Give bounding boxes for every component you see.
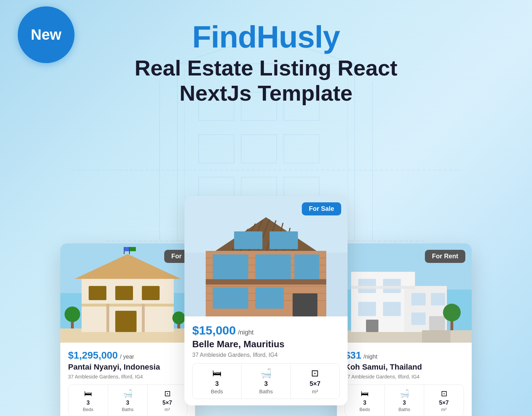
svg-rect-60 <box>294 254 319 279</box>
svg-rect-32 <box>129 247 136 251</box>
card-location-center: Belle Mare, Mauritius <box>192 339 340 350</box>
svg-rect-82 <box>422 330 450 343</box>
size-label-right: m² <box>441 407 447 412</box>
property-card-right[interactable]: For Rent $31 /night Koh Samui, Thailand … <box>337 243 472 416</box>
listing-badge-right: For Rent <box>425 250 465 263</box>
svg-rect-8 <box>241 135 277 163</box>
card-address-left: 37 Ambleside Gardens, Ilford, IG4 <box>68 374 187 380</box>
feature-size-left: ⊡ 5×7 m² <box>148 385 187 416</box>
beds-label-center: Beds <box>211 388 223 394</box>
svg-rect-63 <box>255 287 284 309</box>
beds-icon-center: 🛏 <box>212 368 222 379</box>
svg-rect-75 <box>411 293 426 305</box>
svg-rect-67 <box>337 330 472 343</box>
feature-beds-right: 🛏 3 Beds <box>345 385 385 416</box>
size-value-center: 5×7 <box>310 380 321 388</box>
card-address-center: 37 Ambleside Gardens, Ilford, IG4 <box>192 352 340 358</box>
size-label-left: m² <box>165 407 170 412</box>
listing-badge-center: For Sale <box>302 202 341 215</box>
size-value-left: 5×7 <box>162 400 172 406</box>
feature-size-right: ⊡ 5×7 m² <box>424 385 464 416</box>
svg-point-81 <box>443 304 461 321</box>
feature-beds-left: 🛏 3 Beds <box>68 385 108 416</box>
card-address-right: 37 Ambleside Gardens, Ilford, IG4 <box>345 374 464 380</box>
baths-label-right: Baths <box>398 407 410 412</box>
card-location-left: Pantai Nyanyi, Indonesia <box>68 362 187 372</box>
svg-rect-7 <box>199 135 234 163</box>
svg-rect-72 <box>358 302 376 316</box>
property-image-left: For <box>60 243 195 343</box>
svg-rect-79 <box>351 286 415 289</box>
beds-icon-right: 🛏 <box>361 389 368 398</box>
card-body-left: $1,295,000 / year Pantai Nyanyi, Indones… <box>60 343 195 416</box>
baths-value-right: 3 <box>403 400 406 406</box>
property-card-left[interactable]: For $1,295,000 / year Pantai Nyanyi, Ind… <box>60 243 195 416</box>
size-icon-left: ⊡ <box>164 389 171 398</box>
card-features-right: 🛏 3 Beds 🛁 3 Baths ⊡ 5×7 m² <box>345 384 464 416</box>
card-features-center: 🛏 3 Beds 🛁 3 Baths ⊡ 5×7 m² <box>192 363 340 399</box>
beds-value-left: 3 <box>87 400 90 406</box>
property-image-center: For Sale <box>184 196 348 316</box>
feature-baths-right: 🛁 3 Baths <box>385 385 425 416</box>
new-badge-text: New <box>31 26 61 43</box>
property-card-center[interactable]: For Sale $15,000 /night Belle Mare, Maur… <box>184 196 348 405</box>
size-label-center: m² <box>312 388 318 394</box>
beds-label-right: Beds <box>360 407 370 412</box>
property-image-right: For Rent <box>337 243 472 343</box>
subtitle-line1: Real Estate Listing React <box>0 55 532 80</box>
size-icon-right: ⊡ <box>441 389 447 398</box>
card-body-center: $15,000 /night Belle Mare, Mauritius 37 … <box>184 316 348 405</box>
price-period-center: /night <box>238 329 254 336</box>
baths-icon-center: 🛁 <box>260 368 272 379</box>
svg-rect-27 <box>106 304 109 332</box>
svg-rect-76 <box>431 293 445 305</box>
size-icon-center: ⊡ <box>311 368 319 379</box>
svg-point-34 <box>65 307 80 322</box>
svg-rect-25 <box>115 311 137 332</box>
svg-rect-58 <box>213 254 248 279</box>
svg-rect-9 <box>284 135 319 163</box>
svg-rect-23 <box>115 286 133 300</box>
card-features-left: 🛏 3 Beds 🛁 3 Baths ⊡ 5×7 m² <box>68 384 187 416</box>
subtitle: Real Estate Listing React NextJs Templat… <box>0 55 532 106</box>
svg-rect-28 <box>142 304 145 332</box>
svg-rect-22 <box>89 286 106 300</box>
svg-point-36 <box>172 311 185 324</box>
feature-size-center: ⊡ 5×7 m² <box>291 364 339 399</box>
svg-rect-74 <box>366 320 378 332</box>
card-location-right: Koh Samui, Thailand <box>345 362 464 372</box>
baths-label-center: Baths <box>259 388 273 394</box>
svg-rect-62 <box>213 287 248 309</box>
baths-icon-right: 🛁 <box>400 389 409 398</box>
baths-icon-left: 🛁 <box>123 389 133 398</box>
feature-baths-center: 🛁 3 Baths <box>242 364 290 399</box>
price-amount-left: $1,295,000 <box>68 350 118 361</box>
price-amount-center: $15,000 <box>192 324 236 337</box>
price-period-right: /night <box>364 354 377 360</box>
size-value-right: 5×7 <box>439 400 449 406</box>
svg-rect-61 <box>206 279 326 285</box>
new-badge: New <box>18 6 74 63</box>
card-price-left: $1,295,000 / year <box>68 350 187 361</box>
subtitle-line2: NextJs Template <box>0 80 532 106</box>
svg-rect-26 <box>82 304 174 307</box>
svg-rect-73 <box>383 302 401 316</box>
cards-container: For $1,295,000 / year Pantai Nyanyi, Ind… <box>0 207 532 416</box>
price-period-left: / year <box>120 354 134 360</box>
baths-value-left: 3 <box>126 400 129 406</box>
svg-rect-59 <box>255 254 291 279</box>
feature-baths-left: 🛁 3 Baths <box>108 385 148 416</box>
card-price-right: $31 /night <box>345 350 464 361</box>
card-price-center: $15,000 /night <box>192 324 340 337</box>
baths-label-left: Baths <box>122 407 133 412</box>
svg-rect-49 <box>270 231 298 249</box>
feature-beds-center: 🛏 3 Beds <box>193 364 242 399</box>
beds-value-right: 3 <box>363 400 366 406</box>
beds-value-center: 3 <box>215 380 219 388</box>
brand-title: FindHusly <box>0 21 532 52</box>
svg-rect-78 <box>429 316 445 330</box>
beds-icon-left: 🛏 <box>84 389 92 398</box>
beds-label-left: Beds <box>83 407 94 412</box>
svg-rect-64 <box>293 293 317 316</box>
header: FindHusly Real Estate Listing React Next… <box>0 0 532 106</box>
